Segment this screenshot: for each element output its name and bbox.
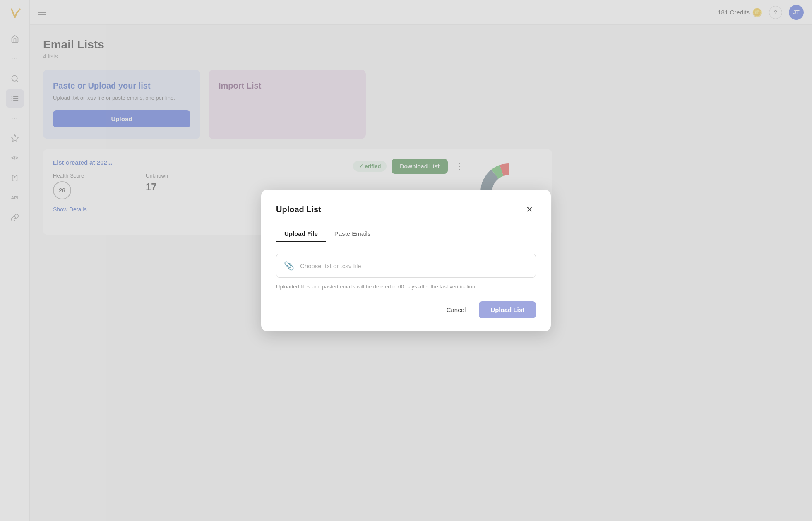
file-input-area[interactable]: 📎 Choose .txt or .csv file	[276, 254, 536, 278]
paperclip-icon: 📎	[284, 261, 294, 271]
upload-list-modal: Upload List ✕ Upload File Paste Emails 📎…	[261, 190, 551, 331]
modal-footer: Cancel Upload List	[276, 301, 536, 318]
modal-overlay[interactable]: Upload List ✕ Upload File Paste Emails 📎…	[0, 0, 565, 359]
file-note: Uploaded files and pasted emails will be…	[276, 283, 536, 290]
file-placeholder: Choose .txt or .csv file	[300, 262, 361, 269]
modal-close-button[interactable]: ✕	[523, 203, 536, 216]
tab-upload-file[interactable]: Upload File	[276, 226, 326, 242]
upload-list-button[interactable]: Upload List	[479, 301, 536, 318]
modal-tabs: Upload File Paste Emails	[276, 226, 536, 242]
tab-paste-emails[interactable]: Paste Emails	[326, 226, 379, 242]
cancel-button[interactable]: Cancel	[438, 302, 474, 317]
modal-header: Upload List ✕	[276, 203, 536, 216]
modal-title: Upload List	[276, 205, 321, 214]
close-icon: ✕	[526, 204, 533, 214]
